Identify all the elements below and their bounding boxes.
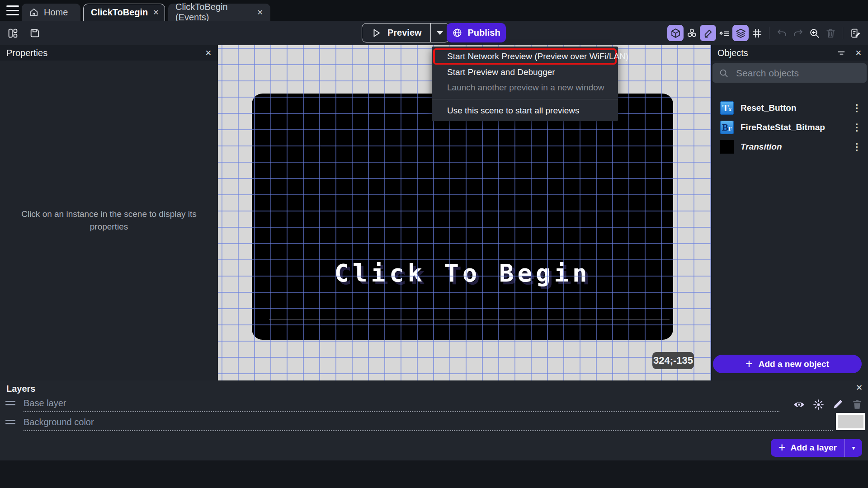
preview-options-menu: Start Network Preview (Preview over WiFi… [432, 47, 618, 121]
redo-icon [793, 28, 804, 39]
object-row-transition[interactable]: Transition ⋮ [711, 137, 868, 156]
object-name: Reset_Button [741, 103, 797, 113]
add-layer-split-button[interactable]: + Add a layer ▾ [771, 439, 862, 457]
toolbar-divider [843, 27, 843, 39]
game-progress-line [269, 319, 670, 320]
save-icon [29, 28, 40, 39]
tab-events-label: ClickToBegin (Events) [175, 2, 252, 23]
object-menu-kebab-icon[interactable]: ⋮ [850, 141, 863, 152]
trash-icon [851, 399, 863, 410]
add-new-object-label: Add a new object [759, 359, 829, 369]
pencil-icon [832, 399, 844, 410]
object-row-fireratestat-bitmap[interactable]: BF FireRateStat_Bitmap ⋮ [711, 118, 868, 137]
tab-home-label: Home [44, 7, 68, 18]
toolbar-divider [769, 27, 769, 39]
tab-scene-clicktobegin[interactable]: ClickToBegin ✕ [83, 4, 165, 21]
menu-item-launch-another-preview[interactable]: Launch another preview in a new window [432, 80, 618, 95]
add-new-object-button[interactable]: + Add a new object [713, 355, 862, 373]
objects-list-toggle-button[interactable] [684, 25, 700, 41]
publish-button-label: Publish [467, 28, 500, 38]
delete-button[interactable] [822, 25, 839, 41]
text-object-icon: Tx [720, 101, 734, 115]
add-layer-dropdown-button[interactable]: ▾ [844, 439, 862, 457]
effects-sun-icon [812, 399, 825, 411]
filter-icon[interactable] [836, 48, 846, 58]
menu-item-start-network-preview[interactable]: Start Network Preview (Preview over WiFi… [433, 48, 617, 65]
preview-split-button[interactable]: Preview [362, 23, 449, 42]
scene-properties-icon [850, 28, 861, 39]
save-project-button[interactable] [26, 25, 42, 41]
properties-panel-header: Properties ✕ [0, 45, 218, 61]
edit-mode-toggle-button[interactable] [700, 25, 716, 41]
undo-icon [776, 28, 788, 39]
add-layer-label: Add a layer [791, 443, 837, 453]
objects-panel-title: Objects [717, 48, 748, 58]
globe-icon [452, 28, 462, 38]
tab-events-clicktobegin[interactable]: ClickToBegin (Events) ✕ [168, 4, 270, 21]
zoom-in-button[interactable] [806, 25, 822, 41]
menu-item-start-preview-debugger[interactable]: Start Preview and Debugger [432, 65, 618, 80]
grid-toggle-button[interactable] [749, 25, 765, 41]
drag-handle-icon[interactable] [5, 420, 15, 426]
preview-button-label: Preview [387, 28, 422, 38]
drag-handle-icon[interactable] [5, 401, 15, 407]
layer-row-base-layer[interactable]: Base layer [0, 395, 868, 413]
layer-edit-button[interactable] [830, 397, 845, 412]
properties-panel: Properties ✕ Click on an instance in the… [0, 45, 218, 380]
window-bottom-margin [0, 460, 868, 488]
layer-name-field[interactable]: Background color [24, 417, 94, 427]
objects-search-box [712, 63, 867, 83]
redo-button[interactable] [790, 25, 806, 41]
pencil-icon [703, 28, 714, 39]
game-title-text: Click To Begin [252, 259, 673, 287]
object-menu-kebab-icon[interactable]: ⋮ [850, 103, 863, 113]
search-objects-input[interactable] [735, 67, 860, 79]
properties-empty-message: Click on an instance in the scene to dis… [0, 208, 218, 233]
tab-home[interactable]: Home [22, 4, 80, 21]
background-color-swatch[interactable] [836, 413, 865, 430]
layer-name-field[interactable]: Base layer [24, 398, 66, 408]
black-square-thumbnail [720, 140, 734, 154]
grid-icon [751, 28, 763, 39]
object-name: Transition [741, 142, 782, 152]
edit-scene-properties-button[interactable] [847, 25, 863, 41]
publish-button[interactable]: Publish [447, 23, 506, 42]
open-panels-layout-button[interactable] [5, 25, 21, 41]
object-name: FireRateStat_Bitmap [741, 122, 825, 132]
eye-icon [793, 399, 805, 411]
close-icon[interactable]: ✕ [856, 383, 863, 393]
toggle-3d-view-button[interactable] [667, 25, 684, 41]
add-layer-button[interactable]: + Add a layer [771, 439, 844, 457]
layer-name-underline [24, 430, 833, 431]
close-icon[interactable]: ✕ [205, 48, 212, 58]
layers-icon [735, 28, 746, 39]
preview-button[interactable]: Preview [362, 23, 430, 42]
layers-panel-toggle-button[interactable] [732, 25, 749, 41]
object-cubes-icon [686, 28, 698, 39]
object-menu-kebab-icon[interactable]: ⋮ [850, 122, 863, 133]
layer-name-underline [24, 411, 779, 412]
undo-button[interactable] [774, 25, 790, 41]
layer-visibility-button[interactable] [792, 397, 806, 412]
game-screen-background[interactable]: Click To Begin [252, 94, 673, 340]
search-icon [719, 68, 729, 78]
close-tab-icon[interactable]: ✕ [257, 8, 263, 17]
layer-effects-button[interactable] [811, 397, 826, 412]
main-menu-hamburger-icon[interactable] [6, 5, 19, 15]
properties-panel-title: Properties [6, 48, 47, 58]
tab-scene-label: ClickToBegin [91, 7, 148, 18]
layer-delete-button[interactable] [850, 397, 864, 412]
object-row-reset-button[interactable]: Tx Reset_Button ⋮ [711, 99, 868, 117]
editor-toolbar: Preview Publish [0, 21, 868, 45]
preview-options-dropdown-button[interactable] [430, 23, 449, 42]
play-icon [371, 28, 382, 38]
instances-list-icon [719, 28, 730, 39]
instances-list-toggle-button[interactable] [716, 25, 732, 41]
close-tab-icon[interactable]: ✕ [153, 8, 159, 17]
layer-row-background-color[interactable]: Background color [0, 414, 868, 432]
close-icon[interactable]: ✕ [855, 48, 862, 58]
panels-layout-icon [7, 28, 19, 39]
chevron-down-icon [437, 31, 443, 35]
menu-item-use-scene-for-previews[interactable]: Use this scene to start all previews [432, 103, 618, 118]
menu-divider [432, 99, 618, 99]
